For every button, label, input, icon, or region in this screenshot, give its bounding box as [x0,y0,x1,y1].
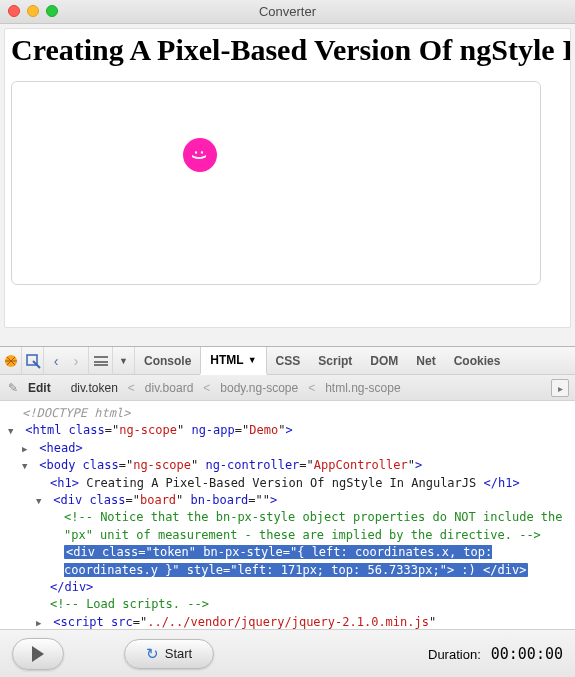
window-titlebar: Converter [0,0,575,24]
crumb-token[interactable]: div.token [71,381,118,395]
twisty-icon[interactable] [8,422,18,439]
start-button[interactable]: ↻ Start [124,639,214,669]
twisty-icon[interactable] [36,492,46,509]
chevron-down-icon: ▼ [248,355,257,365]
nav-back-button[interactable]: ‹ [46,349,66,373]
devtools-tabs: Console HTML▼ CSS Script DOM Net Cookies [135,347,509,374]
loop-icon: ↻ [146,645,159,663]
board[interactable]: :) [11,81,541,285]
crumb-body[interactable]: body.ng-scope [220,381,298,395]
tab-html[interactable]: HTML▼ [200,347,266,375]
history-nav: ‹ › [44,347,89,374]
selected-node[interactable]: <div class="token" bn-px-style="{ left: … [64,545,528,576]
start-label: Start [165,646,192,661]
tree-doctype: <!DOCTYPE html> [22,406,130,420]
window-title: Converter [259,4,316,19]
duration-label: Duration: [428,647,481,662]
nav-forward-button: › [66,349,86,373]
control-bar: ↻ Start Duration: 00:00:00 [0,629,575,677]
play-icon [32,646,44,662]
breadcrumb: ✎ Edit div.token < div.board < body.ng-s… [0,375,575,401]
traffic-lights [8,5,58,17]
inspect-icon[interactable] [22,347,44,374]
side-panel-toggle-icon[interactable]: ▸ [551,379,569,397]
edit-tool-icon[interactable]: ✎ [8,381,18,395]
edit-button[interactable]: Edit [28,381,51,395]
zoom-window-icon[interactable] [46,5,58,17]
devtools-toolbar: ‹ › ▼ Console HTML▼ CSS Script DOM Net C… [0,347,575,375]
crumb-html[interactable]: html.ng-scope [325,381,400,395]
token[interactable]: :) [183,138,217,172]
page-viewport: Creating A Pixel-Based Version Of ngStyl… [4,28,571,328]
duration-value: 00:00:00 [491,645,563,663]
token-face: :) [192,150,208,159]
close-window-icon[interactable] [8,5,20,17]
duration-display: Duration: 00:00:00 [428,645,563,663]
play-button[interactable] [12,638,64,670]
tab-net[interactable]: Net [407,347,444,374]
panel-menu-icon[interactable] [89,347,113,374]
tab-console[interactable]: Console [135,347,200,374]
twisty-icon[interactable] [22,440,32,457]
minimize-window-icon[interactable] [27,5,39,17]
tab-cookies[interactable]: Cookies [445,347,510,374]
tab-script[interactable]: Script [309,347,361,374]
page-heading: Creating A Pixel-Based Version Of ngStyl… [11,33,564,67]
crumb-board[interactable]: div.board [145,381,193,395]
devtools-panel: ‹ › ▼ Console HTML▼ CSS Script DOM Net C… [0,346,575,639]
tab-dom[interactable]: DOM [361,347,407,374]
firebug-icon[interactable] [0,347,22,374]
panel-dropdown-icon[interactable]: ▼ [113,347,135,374]
tab-css[interactable]: CSS [267,347,310,374]
twisty-icon[interactable] [22,457,32,474]
html-tree[interactable]: <!DOCTYPE html> <html class="ng-scope" n… [0,401,575,639]
